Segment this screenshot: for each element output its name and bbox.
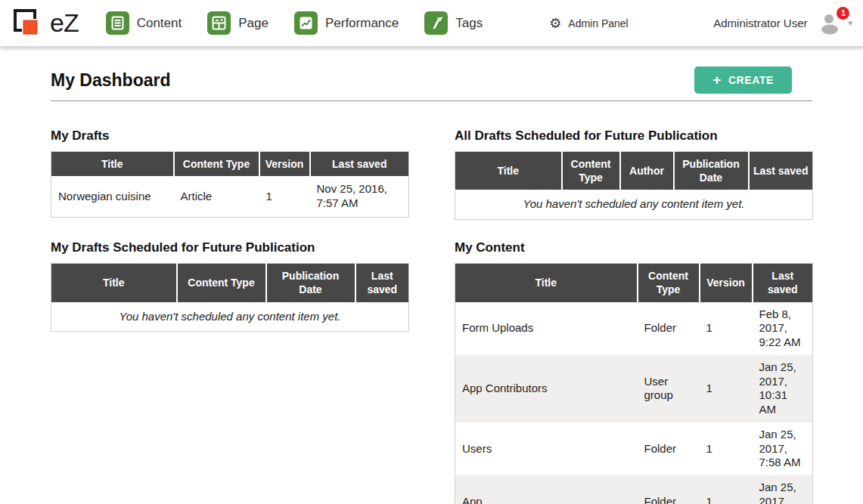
admin-panel-label: Admin Panel: [568, 17, 628, 29]
panel-title-my-drafts: My Drafts: [51, 128, 408, 144]
empty-state-message: You haven't scheduled any content item y…: [51, 302, 409, 332]
col-last-saved: Last saved: [355, 264, 409, 302]
cell-content-type: Article: [174, 176, 259, 217]
page-title: My Dashboard: [51, 70, 170, 91]
empty-state-row: You haven't scheduled any content item y…: [51, 302, 409, 332]
panel-title-my-content: My Content: [455, 240, 812, 255]
panel-my-drafts-scheduled: My Drafts Scheduled for Future Publicati…: [51, 240, 408, 332]
performance-icon: [294, 11, 318, 35]
cell-last-saved: Jan 25, 2017, 10:31 AM: [753, 355, 813, 422]
user-area: Administrator User 1 ▾: [713, 12, 852, 35]
user-menu-button[interactable]: 1: [818, 12, 843, 35]
cell-title[interactable]: Norwegian cuisine: [51, 176, 174, 217]
title-divider: [51, 100, 812, 101]
table-row[interactable]: App Contributors User group 1 Jan 25, 20…: [455, 355, 813, 422]
table-row[interactable]: App Folder 1 Jan 25, 2017, 7:55 AM: [455, 475, 813, 504]
panel-my-drafts: My Drafts Title Content Type Version Las…: [51, 128, 408, 218]
col-version: Version: [259, 152, 310, 177]
ez-logo[interactable]: eZ: [9, 7, 79, 40]
cell-title[interactable]: Users: [455, 422, 638, 475]
all-drafts-scheduled-table: Title Content Type Author Publication Da…: [455, 151, 813, 220]
cell-last-saved: Nov 25, 2016, 7:57 AM: [310, 176, 409, 217]
main-nav: Content Page Per: [106, 11, 483, 35]
dashboard-main: My Dashboard + CREATE My Drafts Title Co…: [0, 47, 863, 504]
table-header-row: Title Content Type Publication Date Last…: [51, 264, 409, 302]
cell-title[interactable]: Form Uploads: [455, 302, 638, 355]
cell-last-saved: Feb 8, 2017, 9:22 AM: [753, 302, 813, 355]
col-title: Title: [51, 264, 177, 302]
nav-item-page[interactable]: Page: [207, 11, 269, 35]
col-title: Title: [51, 152, 174, 177]
col-content-type: Content Type: [177, 264, 266, 302]
cell-version: 1: [259, 176, 310, 217]
topbar: eZ Content: [0, 0, 863, 47]
cell-version: 1: [700, 355, 753, 422]
table-row[interactable]: Norwegian cuisine Article 1 Nov 25, 2016…: [51, 176, 409, 217]
panel-title-my-drafts-scheduled: My Drafts Scheduled for Future Publicati…: [51, 240, 408, 255]
dashboard-panels: My Drafts Title Content Type Version Las…: [51, 128, 812, 504]
page-icon: [207, 11, 231, 35]
create-button[interactable]: + CREATE: [694, 66, 792, 94]
plus-icon: +: [712, 75, 722, 85]
table-header-row: Title Content Type Version Last saved: [455, 264, 813, 302]
col-last-saved: Last saved: [753, 264, 813, 302]
cell-content-type: Folder: [638, 422, 700, 475]
col-title: Title: [455, 152, 562, 190]
nav-label-tags: Tags: [455, 16, 483, 31]
col-publication-date: Publication Date: [266, 264, 355, 302]
panel-title-all-drafts-scheduled: All Drafts Scheduled for Future Publicat…: [455, 128, 812, 144]
gear-icon: ⚙: [549, 17, 561, 30]
nav-item-performance[interactable]: Performance: [294, 11, 399, 35]
table-header-row: Title Content Type Author Publication Da…: [455, 152, 813, 190]
col-content-type: Content Type: [562, 152, 620, 190]
nav-item-content[interactable]: Content: [106, 11, 182, 35]
cell-content-type: Folder: [638, 475, 700, 504]
empty-state-row: You haven't scheduled any content item y…: [455, 190, 813, 219]
col-publication-date: Publication Date: [674, 152, 749, 190]
col-content-type: Content Type: [174, 152, 259, 177]
table-row[interactable]: Users Folder 1 Jan 25, 2017, 7:58 AM: [455, 422, 813, 475]
tags-icon: [424, 11, 448, 35]
col-last-saved: Last saved: [749, 152, 813, 190]
chevron-down-icon[interactable]: ▾: [848, 18, 852, 28]
create-button-label: CREATE: [728, 74, 774, 86]
ez-logo-text: eZ: [50, 8, 79, 38]
empty-state-message: You haven't scheduled any content item y…: [455, 190, 813, 219]
table-row[interactable]: Form Uploads Folder 1 Feb 8, 2017, 9:22 …: [455, 302, 813, 355]
my-content-table: Title Content Type Version Last saved Fo…: [455, 263, 813, 504]
col-author: Author: [620, 152, 674, 190]
cell-version: 1: [700, 422, 753, 475]
col-version: Version: [700, 264, 753, 302]
cell-title[interactable]: App Contributors: [455, 355, 638, 422]
col-content-type: Content Type: [638, 264, 700, 302]
my-drafts-scheduled-table: Title Content Type Publication Date Last…: [51, 263, 409, 332]
panel-my-content: My Content Title Content Type Version La…: [455, 240, 812, 504]
panel-all-drafts-scheduled: All Drafts Scheduled for Future Publicat…: [455, 128, 812, 220]
nav-label-performance: Performance: [325, 16, 399, 31]
table-header-row: Title Content Type Version Last saved: [51, 152, 409, 177]
ez-logo-icon: [9, 7, 48, 40]
cell-version: 1: [700, 475, 753, 504]
my-drafts-table: Title Content Type Version Last saved No…: [51, 151, 409, 218]
user-name: Administrator User: [713, 17, 807, 29]
content-icon: [106, 11, 129, 35]
nav-item-tags[interactable]: Tags: [424, 11, 483, 35]
col-last-saved: Last saved: [310, 152, 409, 177]
cell-last-saved: Jan 25, 2017, 7:58 AM: [753, 422, 813, 475]
nav-label-content: Content: [137, 16, 182, 31]
col-title: Title: [455, 264, 638, 302]
cell-version: 1: [700, 302, 753, 355]
cell-content-type: User group: [638, 355, 700, 422]
nav-label-page: Page: [238, 16, 269, 31]
cell-title[interactable]: App: [455, 475, 638, 504]
admin-panel-button[interactable]: ⚙ Admin Panel: [549, 17, 629, 30]
cell-last-saved: Jan 25, 2017, 7:55 AM: [753, 475, 813, 504]
notification-badge[interactable]: 1: [837, 7, 849, 20]
cell-content-type: Folder: [638, 302, 700, 355]
